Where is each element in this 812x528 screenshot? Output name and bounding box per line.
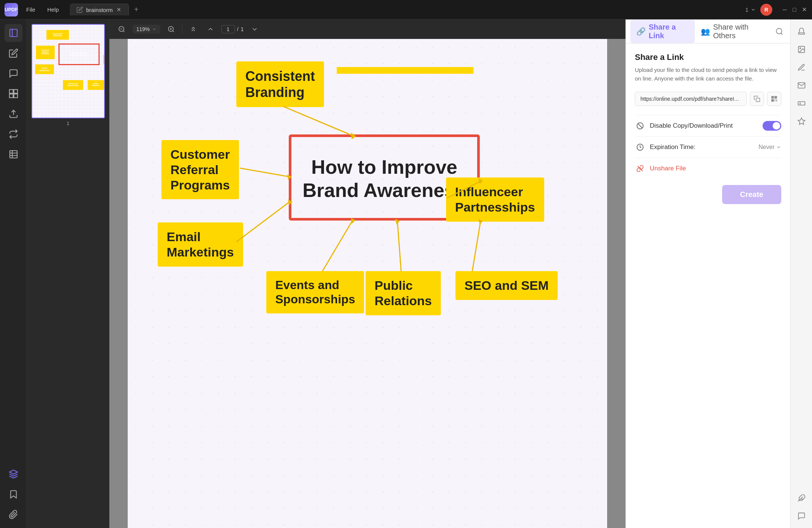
right-icon-sign[interactable]: [794, 60, 809, 75]
panel-tabs: 🔗 Share a Link 👥 Share with Others: [626, 19, 790, 43]
svg-rect-38: [775, 97, 776, 98]
tab-share-link[interactable]: 🔗 Share a Link: [630, 20, 695, 43]
copy-icon: [754, 95, 760, 102]
sidebar-item-table[interactable]: [4, 145, 22, 163]
close-button[interactable]: ✕: [801, 6, 808, 13]
minimize-button[interactable]: ─: [781, 6, 788, 13]
box-email-marketing: EmailMarketings: [158, 222, 243, 267]
right-icon-redact[interactable]: [794, 96, 809, 111]
toolbar-separator-1: [182, 25, 182, 34]
zoom-out-button[interactable]: [115, 23, 128, 36]
minus-icon: [118, 25, 125, 33]
sidebar-item-comment[interactable]: [4, 64, 22, 82]
comment-icon: [9, 69, 18, 78]
maximize-button[interactable]: □: [791, 6, 798, 13]
link-url-input[interactable]: [635, 92, 747, 106]
svg-line-45: [638, 124, 642, 128]
nav-up-top-button[interactable]: [187, 23, 200, 36]
thumb-consistent-branding: ConsistentBranding: [46, 30, 69, 40]
box-customer-referral: CustomerReferralPrograms: [161, 140, 239, 199]
right-icons-bar: [790, 19, 812, 528]
share-link-heading: Share a Link: [635, 52, 781, 62]
sidebar-item-stack[interactable]: [4, 465, 22, 483]
menu-bar: File Help: [21, 5, 64, 14]
menu-file[interactable]: File: [21, 5, 40, 14]
nav-up-button[interactable]: [204, 23, 217, 36]
right-icon-chat[interactable]: [794, 509, 809, 524]
create-button[interactable]: Create: [722, 185, 781, 204]
extract-icon: [9, 109, 18, 119]
right-icon-stamp[interactable]: [794, 24, 809, 39]
user-avatar[interactable]: R: [760, 4, 772, 16]
disable-option-row: Disable Copy/Download/Print: [635, 115, 781, 136]
expiry-select[interactable]: Never: [758, 144, 781, 151]
titlebar: UPDF File Help brainstorm ✕ + 1 R ─ □ ✕: [0, 0, 812, 19]
sidebar-item-bookmark[interactable]: [4, 485, 22, 503]
svg-rect-0: [10, 29, 17, 37]
thumbnail-page-1[interactable]: ConsistentBranding CustomerReferralProgr…: [31, 24, 104, 126]
expiry-label: Expiration Time:: [650, 143, 758, 151]
zoom-in-button[interactable]: [165, 23, 178, 36]
expiry-chevron-icon: [776, 145, 781, 150]
thumbnail-image: ConsistentBranding CustomerReferralProgr…: [31, 24, 105, 118]
sidebar-item-extract[interactable]: [4, 105, 22, 123]
thumbnail-page-label: 1: [31, 121, 104, 126]
tab-add-button[interactable]: +: [130, 4, 142, 16]
svg-rect-2: [9, 89, 13, 93]
tab-share-link-label: Share a Link: [649, 23, 689, 40]
expiry-value: Never: [758, 144, 775, 151]
toggle-knob: [773, 122, 780, 130]
zoom-chevron-icon: [152, 27, 157, 31]
panel-search-button[interactable]: [773, 25, 786, 38]
unshare-row[interactable]: Unshare File: [635, 158, 781, 179]
sidebar-item-convert[interactable]: [4, 125, 22, 143]
thumb-public-relations: PublicRelations: [88, 80, 104, 90]
right-icon-image[interactable]: [794, 42, 809, 57]
sidebar-item-paperclip[interactable]: [4, 506, 22, 524]
qr-icon: [771, 95, 778, 102]
sidebar-item-pages[interactable]: [4, 85, 22, 103]
thumb-email: EmailMarketings: [35, 64, 54, 74]
copy-link-button[interactable]: [750, 92, 764, 106]
center-text: How to ImproveBrand Awareness: [303, 155, 466, 202]
sidebar-item-edit[interactable]: [4, 44, 22, 62]
plus-icon: [167, 25, 175, 33]
right-icon-mail[interactable]: [794, 78, 809, 93]
nav-dropdown[interactable]: 1: [745, 7, 748, 13]
page-input[interactable]: [221, 25, 235, 33]
sidebar-item-reader[interactable]: [4, 24, 22, 42]
thumb-center-box: How to ImproveBrand Awareness: [58, 43, 100, 65]
main-layout: ConsistentBranding CustomerReferralProgr…: [0, 19, 812, 528]
left-sidebar: [0, 19, 27, 528]
zoom-selector[interactable]: 119%: [133, 25, 160, 34]
svg-point-31: [776, 28, 782, 34]
window-controls: ─ □ ✕: [781, 6, 808, 13]
tab-share-others[interactable]: 👥 Share with Others: [695, 20, 773, 43]
svg-rect-7: [10, 151, 17, 158]
svg-line-13: [173, 30, 174, 32]
right-icon-puzzle[interactable]: [794, 491, 809, 506]
reader-icon: [9, 28, 18, 38]
menu-help[interactable]: Help: [42, 5, 64, 14]
link-url-row: [635, 92, 781, 106]
image-icon: [797, 45, 806, 54]
page-nav: 1: [745, 7, 756, 13]
right-icon-sparkle[interactable]: [794, 114, 809, 129]
nav-down-button[interactable]: [248, 23, 261, 36]
thumbnail-panel: ConsistentBranding CustomerReferralProgr…: [27, 19, 109, 528]
pdf-viewer[interactable]: How to ImproveBrand Awareness Consistent…: [109, 39, 625, 528]
tab-close-button[interactable]: ✕: [116, 6, 122, 13]
puzzle-icon: [797, 494, 806, 502]
share-link-description: Upload your file to the cloud to send pe…: [635, 66, 781, 83]
app-logo: UPDF: [4, 3, 18, 16]
tab-brainstorm[interactable]: brainstorm ✕: [70, 4, 129, 15]
nav-chevron-icon: [751, 7, 756, 12]
sign-icon: [797, 63, 806, 72]
svg-marker-54: [798, 118, 805, 124]
mail-icon: [797, 81, 806, 89]
qr-code-button[interactable]: [767, 92, 781, 106]
convert-icon: [9, 129, 18, 139]
pen-icon: [9, 48, 18, 58]
create-button-wrapper: Create: [635, 179, 781, 204]
disable-toggle[interactable]: [763, 121, 781, 131]
